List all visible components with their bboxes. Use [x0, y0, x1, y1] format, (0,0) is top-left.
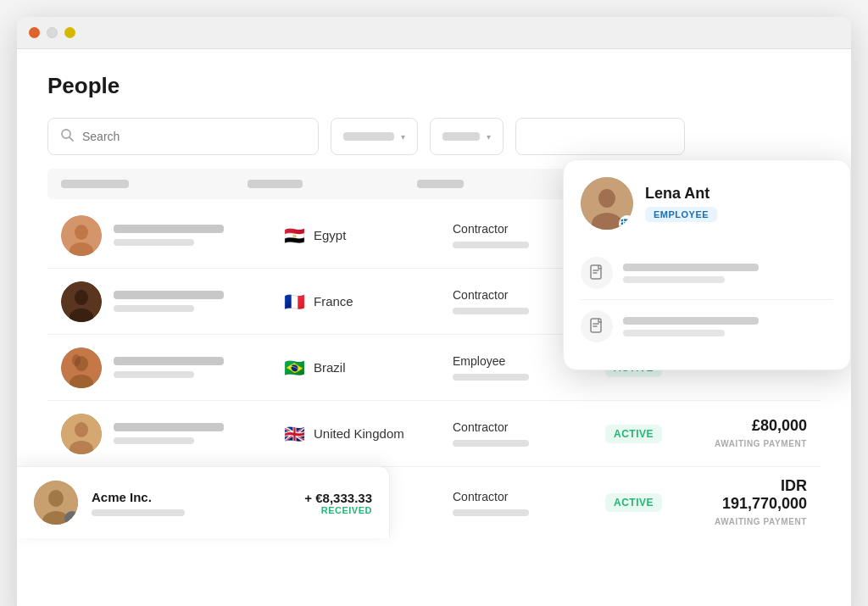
col-name-placeholder — [61, 180, 129, 188]
type-label: Contractor — [453, 490, 605, 503]
notification-card[interactable]: ✓ Acme Inc. + €8,333.33 RECEIVED — [17, 466, 390, 538]
avatar-image — [61, 347, 102, 388]
payment-label: AWAITING PAYMENT — [715, 439, 807, 448]
detail-card[interactable]: 🇬🇷 Lena Ant EMPLOYEE — [563, 159, 851, 370]
country-col: 🇪🇬 Egypt — [283, 225, 453, 247]
page-title: People — [47, 73, 821, 99]
type-line — [453, 242, 529, 248]
name-line-1 — [114, 423, 224, 431]
flag-icon: 🇫🇷 — [283, 291, 305, 313]
chevron-down-icon: ▾ — [401, 132, 405, 142]
document-icon-1 — [581, 257, 613, 289]
person-name-col — [114, 357, 283, 378]
col-type-placeholder — [417, 180, 464, 188]
notif-avatar: ✓ — [34, 481, 78, 525]
flag-icon: 🇪🇬 — [283, 225, 305, 247]
notif-amount-block: + €8,333.33 RECEIVED — [304, 491, 372, 515]
notif-company: Acme Inc. — [92, 490, 291, 504]
minimize-button[interactable] — [47, 27, 58, 38]
avatar — [61, 347, 102, 388]
person-name-col — [114, 291, 283, 312]
svg-point-24 — [48, 490, 64, 507]
name-line-1 — [114, 357, 224, 365]
app-window: People ▾ ▾ — [17, 17, 851, 606]
notif-subline — [92, 509, 185, 516]
type-col: Contractor — [453, 490, 605, 516]
maximize-button[interactable] — [64, 27, 75, 38]
right-filter-area — [515, 118, 685, 155]
svg-point-6 — [75, 290, 88, 305]
table-row[interactable]: 🇬🇧 United Kingdom Contractor ACTIVE £80,… — [47, 401, 821, 467]
status-badge: ACTIVE — [605, 493, 662, 512]
svg-point-19 — [598, 189, 615, 208]
detail-doc-2[interactable] — [581, 300, 833, 353]
name-line-1 — [114, 291, 224, 299]
search-icon — [60, 128, 74, 145]
name-line-1 — [114, 225, 224, 233]
chevron-down-icon-2: ▾ — [487, 132, 491, 142]
country-name: Brazil — [314, 360, 346, 375]
country-name: United Kingdom — [314, 426, 404, 441]
country-col: 🇬🇧 United Kingdom — [283, 423, 453, 445]
type-col: Contractor — [453, 420, 605, 447]
detail-info: Lena Ant EMPLOYEE — [645, 185, 717, 222]
payment-amount: £80,000 — [707, 417, 807, 435]
filter-dropdown-1[interactable]: ▾ — [331, 118, 418, 155]
filter-dropdown-2[interactable]: ▾ — [430, 118, 504, 155]
svg-point-3 — [75, 225, 88, 240]
doc-line-4 — [623, 330, 725, 336]
avatar-image — [61, 215, 102, 256]
type-line — [453, 440, 529, 447]
checkmark-icon: ✓ — [64, 511, 78, 525]
col-country-placeholder — [248, 180, 303, 188]
filter-2-placeholder — [442, 132, 480, 141]
doc-line-2 — [623, 276, 725, 283]
svg-point-11 — [72, 354, 81, 366]
country-name: Egypt — [314, 228, 346, 242]
detail-doc-1[interactable] — [581, 247, 833, 300]
col-header-country — [248, 176, 417, 192]
avatar-image — [61, 414, 102, 454]
detail-header: 🇬🇷 Lena Ant EMPLOYEE — [581, 177, 833, 230]
doc-line-1 — [623, 264, 759, 271]
notif-info: Acme Inc. — [92, 490, 291, 516]
name-line-2 — [114, 305, 194, 312]
detail-flag-badge: 🇬🇷 — [619, 215, 633, 230]
svg-line-1 — [70, 137, 73, 141]
payment-label: AWAITING PAYMENT — [715, 517, 807, 526]
flag-icon: 🇧🇷 — [283, 357, 305, 379]
document-icon-2 — [581, 310, 613, 342]
toolbar: ▾ ▾ — [47, 118, 821, 155]
country-col: 🇫🇷 France — [283, 291, 453, 313]
country-col: 🇧🇷 Brazil — [283, 357, 453, 379]
type-label: Contractor — [453, 420, 605, 434]
main-content: People ▾ ▾ — [17, 49, 851, 538]
detail-name: Lena Ant — [645, 185, 717, 203]
payment-col: £80,000 AWAITING PAYMENT — [707, 417, 807, 450]
avatar — [61, 281, 102, 322]
status-badge: ACTIVE — [605, 425, 662, 443]
doc-lines-1 — [623, 264, 759, 283]
avatar — [61, 215, 102, 256]
doc-lines-2 — [623, 317, 759, 336]
notif-amount: + €8,333.33 — [304, 491, 372, 505]
detail-type-badge: EMPLOYEE — [645, 207, 717, 222]
col-header-name — [61, 176, 248, 192]
svg-point-13 — [75, 422, 88, 437]
type-line — [453, 509, 529, 516]
status-col: ACTIVE — [605, 493, 707, 512]
name-line-2 — [114, 239, 194, 246]
svg-rect-21 — [591, 265, 601, 279]
svg-rect-22 — [591, 319, 601, 332]
flag-icon: 🇬🇧 — [283, 423, 305, 445]
name-line-2 — [114, 371, 194, 378]
person-name-col — [114, 423, 283, 444]
detail-avatar: 🇬🇷 — [581, 177, 633, 230]
payment-amount: IDR 191,770,000 — [707, 477, 807, 513]
close-button[interactable] — [29, 27, 40, 38]
type-line — [453, 308, 529, 314]
title-bar — [17, 17, 851, 49]
search-box[interactable] — [47, 118, 319, 155]
avatar — [61, 414, 102, 454]
search-input[interactable] — [82, 130, 306, 143]
